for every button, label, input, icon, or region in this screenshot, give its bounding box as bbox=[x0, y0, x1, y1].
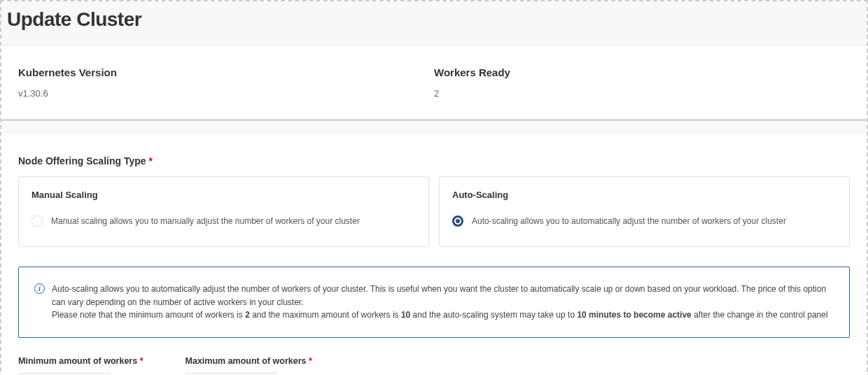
required-asterisk: * bbox=[140, 356, 144, 366]
kubernetes-version-value: v1.30.6 bbox=[18, 88, 434, 99]
update-cluster-page: Update Cluster Kubernetes Version v1.30.… bbox=[0, 0, 868, 375]
auto-scaling-desc: Auto-scaling allows you to automatically… bbox=[472, 216, 786, 226]
workers-ready-label: Workers Ready bbox=[434, 66, 850, 78]
info-icon bbox=[34, 283, 45, 294]
max-workers-field: Maximum amount of workers * bbox=[186, 356, 312, 375]
auto-scaling-card[interactable]: Auto-Scaling Auto-scaling allows you to … bbox=[439, 176, 850, 247]
scaling-section: Node Offering Scaling Type * Manual Scal… bbox=[1, 134, 867, 375]
page-title: Update Cluster bbox=[7, 8, 861, 31]
workers-ready-block: Workers Ready 2 bbox=[434, 66, 850, 99]
auto-scaling-radio[interactable] bbox=[452, 215, 463, 227]
kubernetes-version-block: Kubernetes Version v1.30.6 bbox=[18, 66, 434, 99]
manual-scaling-radio[interactable] bbox=[31, 215, 43, 227]
required-asterisk: * bbox=[309, 356, 312, 366]
max-workers-label: Maximum amount of workers * bbox=[186, 356, 312, 366]
manual-scaling-desc: Manual scaling allows you to manually ad… bbox=[51, 216, 360, 226]
required-asterisk: * bbox=[148, 155, 152, 167]
auto-scaling-info-box: Auto-scaling allows you to automatically… bbox=[18, 267, 850, 338]
cluster-info-section: Kubernetes Version v1.30.6 Workers Ready… bbox=[1, 45, 867, 120]
min-workers-label: Minimum amount of workers * bbox=[18, 356, 144, 366]
manual-scaling-title: Manual Scaling bbox=[31, 190, 416, 200]
page-header: Update Cluster bbox=[1, 1, 867, 45]
auto-scaling-title: Auto-Scaling bbox=[452, 190, 836, 200]
min-workers-field: Minimum amount of workers * bbox=[18, 356, 144, 375]
worker-amounts-row: Minimum amount of workers * Maximum amou… bbox=[18, 356, 850, 375]
kubernetes-version-label: Kubernetes Version bbox=[18, 66, 434, 78]
scaling-type-label: Node Offering Scaling Type * bbox=[18, 155, 850, 167]
workers-ready-value: 2 bbox=[434, 88, 850, 99]
auto-scaling-info-text: Auto-scaling allows you to automatically… bbox=[52, 283, 832, 322]
section-gap bbox=[1, 120, 867, 134]
scaling-options: Manual Scaling Manual scaling allows you… bbox=[18, 176, 850, 247]
manual-scaling-card[interactable]: Manual Scaling Manual scaling allows you… bbox=[18, 176, 429, 247]
